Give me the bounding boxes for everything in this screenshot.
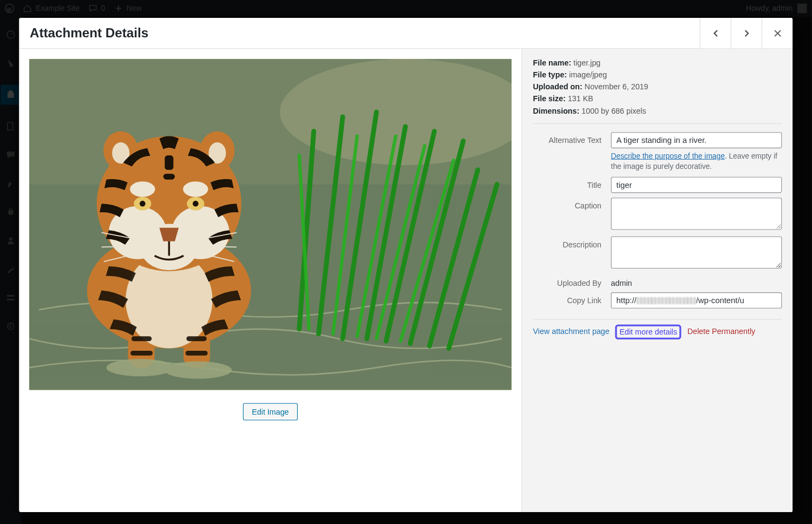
next-attachment-button[interactable] (731, 18, 762, 48)
filename-value: tiger.jpg (573, 58, 600, 68)
modal-header: Attachment Details (19, 18, 793, 49)
modal-title: Attachment Details (19, 25, 699, 41)
svg-point-41 (193, 201, 199, 207)
description-label: Description (533, 237, 602, 249)
title-label: Title (533, 177, 602, 189)
caption-label: Caption (533, 198, 602, 210)
svg-point-40 (140, 201, 146, 207)
filesize-value: 131 KB (568, 94, 593, 103)
attachment-meta: File name: tiger.jpg File type: image/jp… (533, 57, 782, 124)
alt-text-label: Alternative Text (533, 132, 602, 145)
svg-point-56 (106, 359, 174, 376)
edit-image-button[interactable]: Edit Image (243, 403, 298, 420)
copylink-input[interactable] (611, 292, 782, 309)
delete-permanently-link[interactable]: Delete Permanently (687, 327, 756, 339)
dimensions-label: Dimensions: (533, 106, 580, 115)
attachment-image (29, 59, 512, 390)
uploadedby-value: admin (611, 275, 782, 287)
dimensions-value: 1000 by 686 pixels (581, 106, 646, 115)
attachment-preview-pane: Edit Image (19, 49, 521, 512)
svg-rect-44 (165, 155, 173, 170)
attachment-actions: View attachment page Edit more details D… (533, 327, 782, 339)
description-textarea[interactable] (611, 237, 782, 268)
svg-rect-45 (163, 174, 175, 180)
svg-rect-48 (130, 351, 153, 356)
svg-point-43 (183, 181, 208, 197)
edit-more-details-link[interactable]: Edit more details (615, 324, 682, 339)
filetype-label: File type: (533, 70, 567, 80)
prev-attachment-button[interactable] (700, 18, 731, 48)
close-modal-button[interactable] (762, 18, 793, 48)
svg-rect-46 (132, 336, 152, 341)
filetype-value: image/jpeg (569, 70, 607, 80)
divider (533, 319, 782, 320)
view-attachment-page-link[interactable]: View attachment page (533, 327, 610, 339)
filesize-label: File size: (533, 94, 566, 103)
copylink-label: Copy Link (533, 292, 602, 305)
attachment-details-pane: File name: tiger.jpg File type: image/jp… (522, 49, 793, 512)
attachment-details-modal: Attachment Details (19, 18, 793, 512)
svg-rect-49 (186, 351, 208, 356)
alt-help-link[interactable]: Describe the purpose of the image (611, 152, 725, 160)
svg-point-42 (130, 181, 155, 197)
uploaded-label: Uploaded on: (533, 82, 582, 91)
svg-point-57 (164, 362, 232, 379)
svg-rect-47 (186, 336, 206, 341)
caption-textarea[interactable] (611, 198, 782, 230)
uploaded-value: November 6, 2019 (585, 82, 649, 91)
title-input[interactable] (611, 177, 782, 193)
alt-text-input[interactable] (611, 132, 782, 148)
uploadedby-label: Uploaded By (533, 275, 602, 287)
filename-label: File name: (533, 58, 572, 68)
